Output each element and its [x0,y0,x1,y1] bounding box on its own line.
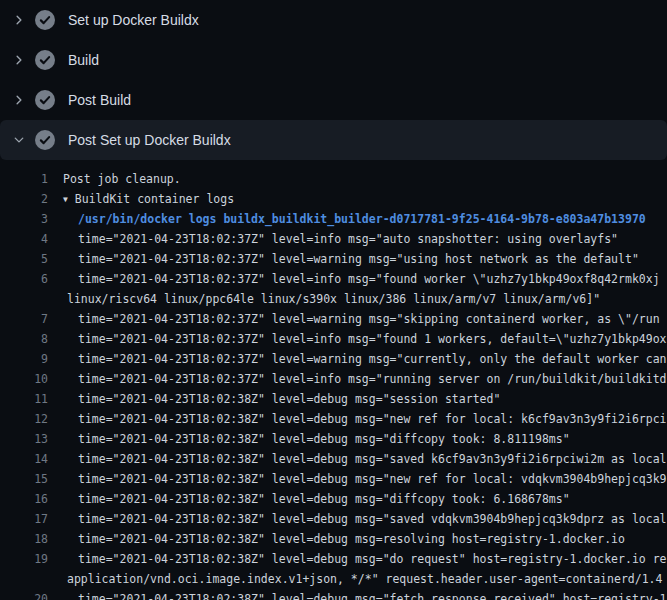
log-line-text: Post job cleanup. [63,169,181,189]
log-group-label: BuildKit container logs [75,192,234,206]
log-line: 10 time="2021-04-23T18:02:37Z" level=inf… [0,369,667,389]
check-circle-icon [35,10,55,30]
step-header-set-up-docker-buildx[interactable]: Set up Docker Buildx [0,0,667,40]
log-line-number[interactable]: 18 [0,529,48,549]
log-line-text: time="2021-04-23T18:02:37Z" level=info m… [63,269,660,289]
log-line: 13 time="2021-04-23T18:02:38Z" level=deb… [0,429,667,449]
log-line: 4 time="2021-04-23T18:02:37Z" level=info… [0,229,667,249]
chevron-down-icon [11,132,27,148]
log-line-text: time="2021-04-23T18:02:38Z" level=debug … [63,469,667,489]
log-line: 3 /usr/bin/docker logs buildx_buildkit_b… [0,209,667,229]
log-line-number[interactable]: 7 [0,309,48,329]
log-line-number[interactable]: 15 [0,469,48,489]
log-line-text: time="2021-04-23T18:02:37Z" level=warnin… [63,249,639,269]
log-line: 9 time="2021-04-23T18:02:37Z" level=warn… [0,349,667,369]
check-circle-icon [35,50,55,70]
log-line: 19 time="2021-04-23T18:02:38Z" level=deb… [0,549,667,569]
log-line-number[interactable]: 5 [0,249,48,269]
log-line: 20 time="2021-04-23T18:02:38Z" level=deb… [0,589,667,600]
command-text: /usr/bin/docker logs buildx_buildkit_bui… [63,209,646,229]
log-line: application/vnd.oci.image.index.v1+json,… [0,569,667,589]
log-line: 17 time="2021-04-23T18:02:38Z" level=deb… [0,509,667,529]
log-line: 14 time="2021-04-23T18:02:38Z" level=deb… [0,449,667,469]
log-line-number[interactable]: 13 [0,429,48,449]
log-line-text: time="2021-04-23T18:02:38Z" level=debug … [63,449,667,469]
log-line-text: time="2021-04-23T18:02:38Z" level=debug … [63,529,625,549]
log-line-number[interactable]: 14 [0,449,48,469]
check-circle-icon [35,90,55,110]
step-title: Post Build [68,80,131,120]
log-line: 1 Post job cleanup. [0,169,667,189]
log-line-text: time="2021-04-23T18:02:38Z" level=debug … [63,429,570,449]
step-title: Post Set up Docker Buildx [68,120,231,160]
log-line-number[interactable]: 8 [0,329,48,349]
steps-list: Set up Docker Buildx Build Post Buil [0,0,667,160]
step-header-post-build[interactable]: Post Build [0,80,667,120]
log-line: 7 time="2021-04-23T18:02:37Z" level=warn… [0,309,667,329]
log-line-number[interactable]: 17 [0,509,48,529]
log-line-number[interactable]: 20 [0,589,48,600]
log-line: 16 time="2021-04-23T18:02:38Z" level=deb… [0,489,667,509]
log-line-number[interactable] [0,289,48,309]
log-line: 5 time="2021-04-23T18:02:37Z" level=warn… [0,249,667,269]
step-header-build[interactable]: Build [0,40,667,80]
log-line: linux/riscv64 linux/ppc64le linux/s390x … [0,289,667,309]
log-line-text: time="2021-04-23T18:02:37Z" level=info m… [63,369,667,389]
chevron-right-icon [11,52,27,68]
log-line-text: time="2021-04-23T18:02:38Z" level=debug … [63,409,667,429]
log-line: 11 time="2021-04-23T18:02:38Z" level=deb… [0,389,667,409]
log-line-text: time="2021-04-23T18:02:37Z" level=warnin… [63,309,660,329]
log-line-number[interactable]: 11 [0,389,48,409]
log-line-number[interactable]: 1 [0,169,48,189]
log-line-number[interactable]: 3 [0,209,48,229]
step-title: Set up Docker Buildx [68,0,199,40]
log-line-number[interactable]: 9 [0,349,48,369]
log-line-text: time="2021-04-23T18:02:37Z" level=info m… [63,229,618,249]
log-line-number[interactable]: 12 [0,409,48,429]
log-line-text: linux/riscv64 linux/ppc64le linux/s390x … [63,289,600,309]
log-group-header[interactable]: 2 ▼BuildKit container logs [0,189,667,209]
log-line-text: time="2021-04-23T18:02:37Z" level=info m… [63,329,667,349]
log-line-number[interactable]: 10 [0,369,48,389]
log-line-text: application/vnd.oci.image.index.v1+json,… [63,569,662,589]
log-line-text: time="2021-04-23T18:02:38Z" level=debug … [63,549,667,569]
log-line-text: time="2021-04-23T18:02:37Z" level=warnin… [63,349,667,369]
check-circle-icon [35,130,55,150]
log-line: 18 time="2021-04-23T18:02:38Z" level=deb… [0,529,667,549]
log-line-number[interactable] [0,569,48,589]
chevron-right-icon [11,92,27,108]
step-header-post-set-up-docker-buildx[interactable]: Post Set up Docker Buildx [0,120,667,160]
log-line-text: time="2021-04-23T18:02:38Z" level=debug … [63,489,570,509]
log-line-text: time="2021-04-23T18:02:38Z" level=debug … [63,509,667,529]
log-line-text: time="2021-04-23T18:02:38Z" level=debug … [63,589,667,600]
log-line-text: time="2021-04-23T18:02:38Z" level=debug … [63,389,500,409]
collapse-triangle-icon: ▼ [63,190,68,209]
log-line-number[interactable]: 4 [0,229,48,249]
chevron-right-icon [11,12,27,28]
log-line: 12 time="2021-04-23T18:02:38Z" level=deb… [0,409,667,429]
log-line: 6 time="2021-04-23T18:02:37Z" level=info… [0,269,667,289]
log-line: 8 time="2021-04-23T18:02:37Z" level=info… [0,329,667,349]
log-area: 1 Post job cleanup. 2 ▼BuildKit containe… [0,160,667,600]
log-line-number[interactable]: 6 [0,269,48,289]
log-line: 15 time="2021-04-23T18:02:38Z" level=deb… [0,469,667,489]
log-line-text: ▼BuildKit container logs [63,189,234,209]
log-line-number[interactable]: 2 [0,189,48,209]
log-line-number[interactable]: 19 [0,549,48,569]
step-title: Build [68,40,99,80]
log-line-number[interactable]: 16 [0,489,48,509]
